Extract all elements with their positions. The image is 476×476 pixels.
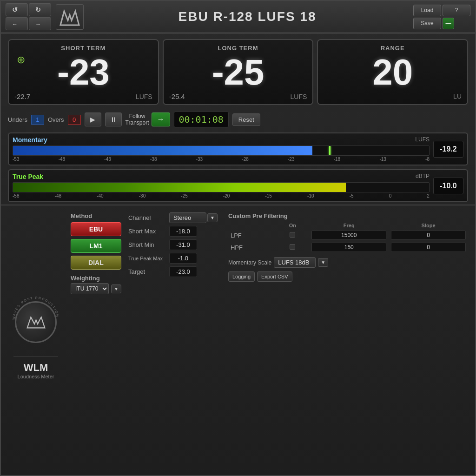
meters-section: SHORT TERM ⊕ -23 -22.7 LUFS LONG TERM -2… [1,33,475,109]
header-title: EBU R-128 LUFS 18 [84,9,411,24]
lpf-on-indicator[interactable] [290,232,295,238]
weighting-label: Weighting [71,275,121,282]
momentary-header: Momentary LUFS [13,136,430,144]
true-peak-value: -10.0 [433,178,463,194]
svg-text:→: → [35,21,41,27]
short-min-row: Short Min -31.0 [128,239,221,250]
unders-value: 1 [31,115,44,125]
target-row: Target -23.0 [128,266,221,277]
minimize-button[interactable]: — [443,18,454,29]
svg-text:←: ← [12,21,18,27]
target-value: -23.0 [169,266,197,277]
target-icon: ⊕ [17,54,25,66]
on-header: On [276,222,309,229]
target-label: Target [128,268,165,275]
short-max-value: -18.0 [169,226,197,237]
svg-marker-6 [27,317,45,328]
true-peak-track [13,182,430,192]
momentary-marker [329,146,331,155]
momentary-title: Momentary [13,136,47,144]
short-term-sub: -22.7 LUFS [14,93,152,100]
svg-text:↻: ↻ [35,6,41,13]
lpf-row: LPF 15000 0 [228,229,468,241]
logo-area: ↺ ↻ ← → [6,3,51,30]
waves-logo [56,4,84,30]
filtering-title: Custom Pre Filtering [228,212,468,219]
long-term-unit: LUFS [291,93,307,100]
momentary-scale-select[interactable]: LUFS 18dB [274,257,316,268]
hpf-on-indicator[interactable] [290,244,295,250]
momentary-scale-label: Momentary Scale [228,259,271,266]
long-term-sub: -25.4 LUFS [169,93,307,100]
momentary-unit: LUFS [415,136,430,144]
export-csv-button[interactable]: Export CSV [257,271,292,282]
true-peak-scale: -58 -48 -40 -30 -25 -20 -15 -10 -5 0 2 [13,193,430,198]
short-term-value: -23 [57,54,110,90]
overs-label: Overs [48,116,64,123]
waves-circle [15,301,57,343]
short-term-meter: SHORT TERM ⊕ -23 -22.7 LUFS [8,39,159,105]
short-max-row: Short Max -18.0 [128,226,221,237]
ebu-button[interactable]: EBU [71,222,121,236]
momentary-value: -19.2 [433,141,463,158]
follow-transport: FollowTransport → [126,112,170,126]
channel-arrow[interactable]: ▼ [207,213,218,222]
timer-display: 00:01:08 [174,112,229,127]
momentary-track [13,145,430,156]
hpf-freq: 150 [311,243,386,252]
channel-select[interactable]: Stereo [169,212,206,223]
waves-branding: WAVES POST PRODUCTION WLM Loudness Meter [8,212,64,468]
question-button[interactable]: ? [443,5,470,16]
hpf-slope: 0 [391,243,466,252]
weighting-row: ITU 1770 ▼ [71,283,121,294]
momentary-scale-section: Momentary Scale LUFS 18dB ▼ [228,257,468,268]
true-peak-max-value: -1.0 [169,253,197,264]
redo-button[interactable]: ↻ [29,3,51,16]
logging-button[interactable]: Logging [228,271,255,282]
short-term-label: SHORT TERM [14,45,152,52]
forward-button[interactable]: → [29,17,51,30]
true-peak-max-label: True Peak Max [128,256,165,261]
play-button[interactable]: ▶ [85,112,101,126]
lpf-slope: 0 [391,231,466,240]
load-button[interactable]: Load [413,5,441,16]
save-button[interactable]: Save [413,18,441,29]
back-button[interactable]: ← [6,17,28,30]
channel-section: Channel Stereo ▼ Short Max -18.0 Short M… [128,212,221,468]
header-right: Load ? Save — [413,5,470,29]
short-min-label: Short Min [128,241,165,248]
method-title: Method [71,212,121,219]
true-peak-header: True Peak dBTP [13,173,430,180]
hpf-row: HPF 150 0 [228,241,468,253]
true-peak-max-row: True Peak Max -1.0 [128,253,221,264]
freq-header: Freq [309,222,389,229]
reset-button[interactable]: Reset [232,113,260,126]
momentary-fill [13,146,312,155]
header: ↺ ↻ ← → EBU R-128 LUFS 18 [1,1,475,33]
wlm-title: WLM [24,362,48,374]
short-max-label: Short Max [128,228,165,235]
true-peak-inner: True Peak dBTP -58 -48 -40 -30 -25 -20 -… [13,173,430,198]
long-term-meter: LONG TERM -25 -25.4 LUFS [163,39,314,105]
weighting-select[interactable]: ITU 1770 [71,283,109,294]
momentary-scale-arrow[interactable]: ▼ [318,258,328,267]
pause-button[interactable]: ⏸ [105,112,122,126]
follow-button[interactable]: → [152,112,170,126]
weighting-arrow[interactable]: ▼ [111,284,121,293]
filtering-section: Custom Pre Filtering On Freq Slope LPF 1… [228,212,468,468]
true-peak-title: True Peak [13,173,43,180]
undo-button[interactable]: ↺ [6,3,28,16]
channel-row: Channel Stereo ▼ [128,212,221,223]
channel-label: Channel [128,214,165,221]
dial-button[interactable]: DIAL [71,256,121,270]
long-term-value: -25 [169,54,307,90]
lm1-button[interactable]: LM1 [71,239,121,253]
range-meter: RANGE 20 LU [317,39,468,105]
momentary-inner: Momentary LUFS -53 -48 -43 -38 -33 -28 -… [13,136,430,162]
bottom-section: WAVES POST PRODUCTION WLM Loudness Meter… [1,205,475,475]
true-peak-meter: True Peak dBTP -58 -48 -40 -30 -25 -20 -… [8,169,468,202]
momentary-scale: -53 -48 -43 -38 -33 -28 -23 -18 -13 -8 [13,157,430,162]
slope-header: Slope [389,222,468,229]
true-peak-fill [13,183,346,192]
transport-section: Unders 1 Overs 0 ▶ ⏸ FollowTransport → 0… [1,109,475,130]
